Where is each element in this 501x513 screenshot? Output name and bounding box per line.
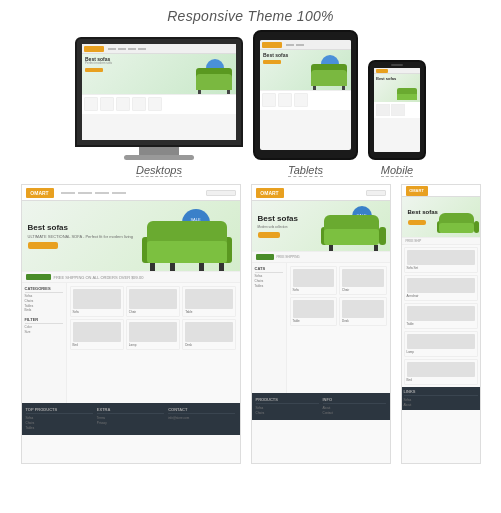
- desktop-full-preview: OMART Best sofas ULTIMATE SECTIONAL SOFA…: [21, 184, 241, 464]
- monitor-label: Desktops: [70, 164, 248, 176]
- mobile-fp-footer: LINKS Sofas About: [402, 387, 480, 410]
- mobile-product-1: [376, 104, 390, 116]
- monitor-frame: Best sofas Perfect modern sofa: [75, 37, 243, 147]
- mobile-hero-sofa: [437, 199, 479, 237]
- mobile-logo: [376, 69, 388, 73]
- tablet-fp-search[interactable]: [366, 190, 386, 196]
- desktop-p3-img: [185, 289, 233, 309]
- tablet-product-1: [262, 93, 276, 107]
- tablet-product-grid: Sofa Chair Table Desk: [290, 266, 387, 326]
- desktop-strip-text: FREE SHIPPING ON ALL ORDERS OVER $99.00: [54, 275, 144, 280]
- tablet-product-3: [294, 93, 308, 107]
- mobile-footer-col: LINKS Sofas About: [404, 389, 478, 408]
- tablet-mockup: Best sofas: [253, 30, 358, 160]
- tablet-preview-hero: Best sofas: [260, 50, 351, 90]
- tablet-strip-btn[interactable]: [256, 254, 274, 260]
- mobile-full-preview: OMART Best sofas FREE SHIP: [401, 184, 481, 464]
- sofa-leg-1: [150, 263, 155, 271]
- sidebar-filter-size[interactable]: Size: [25, 330, 63, 335]
- page-title: Responsive Theme 100%: [167, 8, 334, 24]
- sidebar-filter-title: FILTER: [25, 317, 63, 324]
- mobile-product-5[interactable]: Bed: [404, 359, 478, 385]
- tablet-footer-title-1: PRODUCTS: [256, 397, 319, 404]
- tablet-hero-title: Best sofas: [258, 214, 298, 224]
- monitor-preview-header: [82, 44, 236, 54]
- tablet-sofa-seat: [324, 229, 379, 245]
- tablet-p2-img: [342, 269, 384, 287]
- desktop-hero-btn[interactable]: [28, 242, 58, 249]
- desktop-fp-layout: CATEGORIES Sofas Chairs Tables Beds FILT…: [22, 283, 240, 403]
- sofa-seat-main: [147, 241, 227, 263]
- monitor-mockup: Best sofas Perfect modern sofa: [75, 37, 243, 160]
- fp-nav-1: [61, 192, 75, 194]
- tablet-product-1[interactable]: Sofa: [290, 266, 338, 295]
- tablet-hero-content: Best sofas Modern sofa collection: [258, 214, 298, 239]
- monitor-preview-hero: Best sofas Perfect modern sofa: [82, 54, 236, 94]
- tablet-cat-3[interactable]: Tables: [255, 284, 283, 289]
- desktop-product-4[interactable]: Bed: [70, 319, 124, 350]
- desktop-fp-strip: FREE SHIPPING ON ALL ORDERS OVER $99.00: [22, 271, 240, 283]
- desktop-product-1[interactable]: Sofa: [70, 286, 124, 317]
- desktop-p3-label: Table: [185, 310, 233, 314]
- footer-col-3: CONTACT info@store.com: [168, 407, 235, 431]
- tablet-p4-label: Desk: [342, 319, 384, 323]
- tablet-p3-img: [293, 300, 335, 318]
- tablet-fp-strip: FREE SHIPPING: [252, 251, 390, 263]
- mobile-sofa-seat: [397, 94, 417, 100]
- desktop-product-6[interactable]: Desk: [182, 319, 236, 350]
- mobile-product-1[interactable]: Sofa Set: [404, 247, 478, 273]
- desktop-p4-img: [73, 322, 121, 342]
- mobile-product-2[interactable]: Armchair: [404, 275, 478, 301]
- footer-col3-title: CONTACT: [168, 407, 235, 414]
- tablet-label-text[interactable]: Tablets: [288, 164, 323, 177]
- desktop-fp-search[interactable]: [206, 190, 236, 196]
- mobile-p2-label: Armchair: [407, 294, 475, 298]
- tablet-footer-item-4[interactable]: Contact: [323, 411, 386, 416]
- monitor-hero-button: [85, 68, 103, 72]
- desktop-product-2[interactable]: Chair: [126, 286, 180, 317]
- mobile-product-4[interactable]: Lamp: [404, 331, 478, 357]
- sidebar-cat-beds[interactable]: Beds: [25, 308, 63, 313]
- tablet-sidebar-cats: CATS Sofas Chairs Tables: [255, 266, 283, 288]
- tablet-sofa-leg-right: [342, 86, 345, 90]
- tablet-p4-img: [342, 300, 384, 318]
- fp-nav-4: [112, 192, 126, 194]
- tablet-fp-main: Sofa Chair Table Desk: [287, 263, 390, 393]
- tablet-fp-hero: Best sofas Modern sofa collection SALE: [252, 201, 390, 251]
- desktop-product-5[interactable]: Lamp: [126, 319, 180, 350]
- fp-nav-2: [78, 192, 92, 194]
- sofa-leg-3: [199, 263, 204, 271]
- tablet-product-2[interactable]: Chair: [339, 266, 387, 295]
- tablet-hero-btn[interactable]: [258, 232, 280, 238]
- desktop-hero-sub: ULTIMATE SECTIONAL SOFA - Perfect fit fo…: [28, 234, 134, 240]
- tablet-hero-sub: Modern sofa collection: [258, 225, 298, 229]
- mobile-mockup: Best sofas: [368, 60, 426, 160]
- desktop-fp-nav: [61, 192, 126, 194]
- mobile-footer-item-2[interactable]: About: [404, 403, 478, 408]
- mobile-p3-label: Table: [407, 322, 475, 326]
- monitor-label-text[interactable]: Desktops: [136, 164, 182, 177]
- footer-col-2: EXTRA Terms Privacy: [97, 407, 164, 431]
- desktop-fp-header: OMART: [22, 185, 240, 201]
- mobile-product-3[interactable]: Table: [404, 303, 478, 329]
- desktop-strip-btn[interactable]: [26, 274, 51, 280]
- mobile-label: Mobile: [363, 164, 431, 176]
- tablet-hero-sofa: [309, 62, 349, 90]
- tablet-preview-nav: [286, 44, 304, 46]
- desktop-p2-label: Chair: [129, 310, 177, 314]
- tablet-footer-item-2[interactable]: Chairs: [256, 411, 319, 416]
- mobile-fp-logo: OMART: [406, 186, 428, 196]
- tablet-product-3[interactable]: Table: [290, 297, 338, 326]
- mobile-hero-btn[interactable]: [408, 220, 426, 225]
- desktop-product-3[interactable]: Table: [182, 286, 236, 317]
- desktop-p6-img: [185, 322, 233, 342]
- footer-col2-item-2[interactable]: Privacy: [97, 421, 164, 426]
- desktop-p2-img: [129, 289, 177, 309]
- desktop-p6-label: Desk: [185, 343, 233, 347]
- footer-col1-item-3[interactable]: Tables: [26, 426, 93, 431]
- mobile-label-text[interactable]: Mobile: [381, 164, 413, 177]
- tablet-product-4[interactable]: Desk: [339, 297, 387, 326]
- tablet-footer-col-1: PRODUCTS Sofas Chairs: [256, 397, 319, 416]
- product-item-2: [100, 97, 114, 111]
- mobile-product-2: [391, 104, 405, 116]
